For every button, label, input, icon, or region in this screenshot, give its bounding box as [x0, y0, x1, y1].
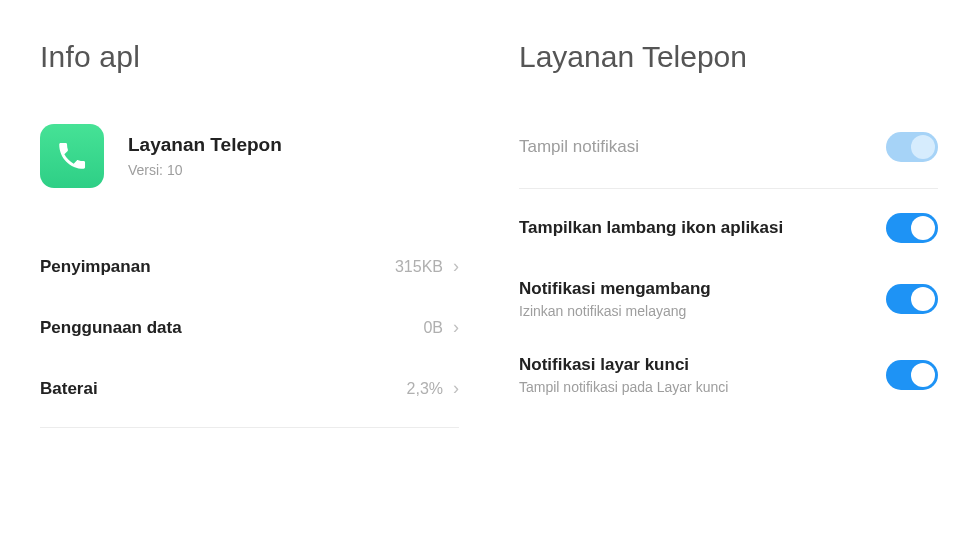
- toggle-switch: [886, 132, 938, 162]
- page-title: Layanan Telepon: [519, 40, 938, 74]
- row-label: Baterai: [40, 379, 98, 399]
- row-storage[interactable]: Penyimpanan 315KB ›: [40, 236, 459, 297]
- app-name: Layanan Telepon: [128, 134, 282, 156]
- toggle-sub: Izinkan notifikasi melayang: [519, 303, 886, 319]
- row-value: 2,3%: [407, 380, 443, 398]
- app-version: Versi: 10: [128, 162, 282, 178]
- toggle-label: Notifikasi mengambang: [519, 279, 886, 299]
- toggle-switch[interactable]: [886, 284, 938, 314]
- row-data-usage[interactable]: Penggunaan data 0B ›: [40, 297, 459, 358]
- chevron-right-icon: ›: [453, 378, 459, 399]
- toggle-label: Tampilkan lambang ikon aplikasi: [519, 218, 886, 238]
- phone-app-icon: [40, 124, 104, 188]
- row-value: 315KB: [395, 258, 443, 276]
- app-info-panel: Info apl Layanan Telepon Versi: 10 Penyi…: [0, 0, 489, 551]
- toggle-floating-notif[interactable]: Notifikasi mengambang Izinkan notifikasi…: [519, 261, 938, 337]
- toggle-label: Notifikasi layar kunci: [519, 355, 886, 375]
- divider: [40, 427, 459, 428]
- app-meta: Layanan Telepon Versi: 10: [128, 134, 282, 178]
- toggle-switch[interactable]: [886, 213, 938, 243]
- toggle-sub: Tampil notifikasi pada Layar kunci: [519, 379, 886, 395]
- page-title: Info apl: [40, 40, 459, 74]
- row-label: Penggunaan data: [40, 318, 182, 338]
- row-value: 0B: [423, 319, 443, 337]
- toggle-knob: [911, 216, 935, 240]
- notification-panel: Layanan Telepon Tampil notifikasi Tampil…: [489, 0, 978, 551]
- row-battery[interactable]: Baterai 2,3% ›: [40, 358, 459, 419]
- chevron-right-icon: ›: [453, 256, 459, 277]
- row-label: Penyimpanan: [40, 257, 151, 277]
- toggle-knob: [911, 135, 935, 159]
- toggle-lockscreen-notif[interactable]: Notifikasi layar kunci Tampil notifikasi…: [519, 337, 938, 413]
- toggle-switch[interactable]: [886, 360, 938, 390]
- divider: [519, 188, 938, 189]
- phone-icon: [55, 139, 89, 173]
- toggle-show-notifications: Tampil notifikasi: [519, 114, 938, 180]
- toggle-icon-badge[interactable]: Tampilkan lambang ikon aplikasi: [519, 195, 938, 261]
- toggle-knob: [911, 287, 935, 311]
- app-header: Layanan Telepon Versi: 10: [40, 124, 459, 188]
- chevron-right-icon: ›: [453, 317, 459, 338]
- toggle-label: Tampil notifikasi: [519, 137, 886, 157]
- toggle-knob: [911, 363, 935, 387]
